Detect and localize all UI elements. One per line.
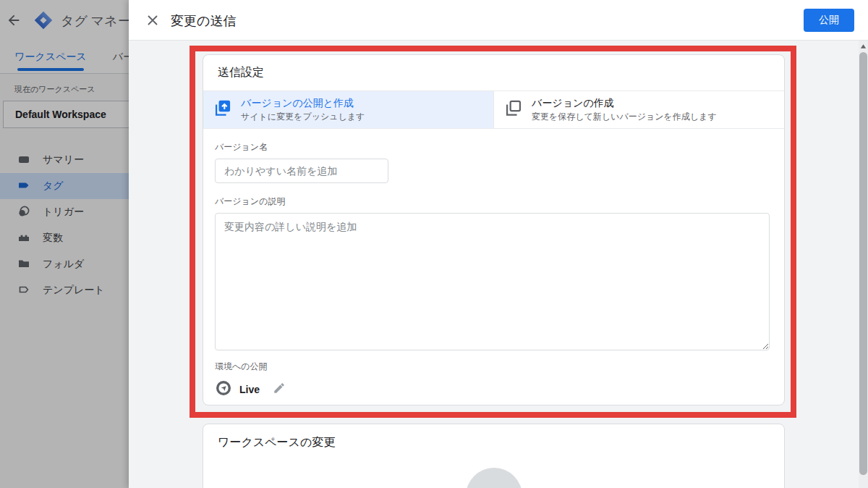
app-root: タグ マネージャー ワークスペース バージョン 現在のワークスペース Defau… <box>0 0 868 488</box>
sidebar-header: タグ マネージャー <box>0 0 129 41</box>
scrollbar-up-icon[interactable] <box>859 42 868 51</box>
sidebar-item-tags[interactable]: タグ <box>0 173 129 199</box>
publish-button[interactable]: 公開 <box>804 9 854 32</box>
submit-changes-overlay: 変更の送信 公開 送信設定 <box>129 0 868 488</box>
submission-mode-tiles: バージョンの公開と作成 サイトに変更をプッシュします バージョンの作 <box>203 91 784 129</box>
workspace-name: Default Workspace <box>15 109 106 120</box>
template-icon <box>17 283 30 298</box>
version-description-input[interactable] <box>215 213 770 350</box>
sidebar-item-summary[interactable]: サマリー <box>0 147 129 173</box>
scrollbar-thumb[interactable] <box>859 52 867 475</box>
option-create-version[interactable]: バージョンの作成 変更を保存して新しいバージョンを作成します <box>493 91 784 128</box>
publish-version-icon <box>213 98 232 121</box>
sidebar-item-label: テンプレート <box>43 284 105 297</box>
workspace-selector[interactable]: Default Workspace <box>3 101 129 128</box>
version-name-label: バージョン名 <box>215 141 773 153</box>
sidebar-item-label: サマリー <box>43 153 84 167</box>
gtm-logo-icon <box>33 10 54 30</box>
option-description: 変更を保存して新しいバージョンを作成します <box>532 111 717 123</box>
sidebar-item-label: 変数 <box>43 232 63 245</box>
overlay-header: 変更の送信 公開 <box>129 0 868 41</box>
gtm-sidebar: タグ マネージャー ワークスペース バージョン 現在のワークスペース Defau… <box>0 0 129 488</box>
version-name-input[interactable] <box>215 159 388 183</box>
folder-icon <box>17 257 30 272</box>
environment-row: Live <box>215 379 773 400</box>
sidebar-item-folders[interactable]: フォルダ <box>0 251 129 277</box>
option-title: バージョンの作成 <box>532 97 717 110</box>
overlay-title: 変更の送信 <box>171 12 236 30</box>
submission-card-title: 送信設定 <box>203 55 784 91</box>
sidebar-item-templates[interactable]: テンプレート <box>0 277 129 303</box>
create-version-icon <box>503 98 523 121</box>
edit-pencil-icon[interactable] <box>273 382 286 397</box>
version-description-label: バージョンの説明 <box>215 195 773 208</box>
summary-icon <box>17 153 30 168</box>
variable-icon <box>17 231 30 246</box>
sidebar-item-triggers[interactable]: トリガー <box>0 199 129 225</box>
sidebar-item-label: トリガー <box>43 206 84 219</box>
empty-state-circle <box>466 468 522 488</box>
sidebar-item-label: タグ <box>43 180 64 193</box>
overlay-body: 送信設定 バージョンの公開と作成 サイトに変更をプッシュします <box>129 41 868 488</box>
current-workspace-label: 現在のワークスペース <box>14 84 129 95</box>
back-arrow-icon[interactable] <box>6 12 22 28</box>
tag-icon <box>17 179 30 194</box>
workspace-changes-card: ワークスペースの変更 <box>203 424 785 488</box>
app-title: タグ マネージャー <box>61 12 129 30</box>
sidebar-item-variables[interactable]: 変数 <box>0 225 129 251</box>
version-form: バージョン名 バージョンの説明 環境への公開 <box>203 129 784 400</box>
close-icon[interactable] <box>145 12 161 28</box>
tab-workspace[interactable]: ワークスペース <box>14 41 87 73</box>
option-publish-and-create-version[interactable]: バージョンの公開と作成 サイトに変更をプッシュします <box>203 91 493 128</box>
trigger-icon <box>17 205 30 220</box>
workspace-tabs: ワークスペース バージョン <box>0 41 129 74</box>
environment-publish-label: 環境への公開 <box>215 361 773 373</box>
workspace-card-title: ワークスペースの変更 <box>203 424 784 460</box>
sidebar-item-label: フォルダ <box>43 258 84 271</box>
tab-versions[interactable]: バージョン <box>113 41 129 73</box>
submission-settings-card: 送信設定 バージョンの公開と作成 サイトに変更をプッシュします <box>203 54 785 405</box>
live-environment-icon <box>215 379 232 400</box>
option-description: サイトに変更をプッシュします <box>241 111 365 123</box>
sidebar-nav: サマリー タグ トリガー 変数 <box>0 147 129 303</box>
option-title: バージョンの公開と作成 <box>241 97 365 110</box>
vertical-scrollbar[interactable] <box>859 41 868 488</box>
environment-name: Live <box>239 384 260 395</box>
